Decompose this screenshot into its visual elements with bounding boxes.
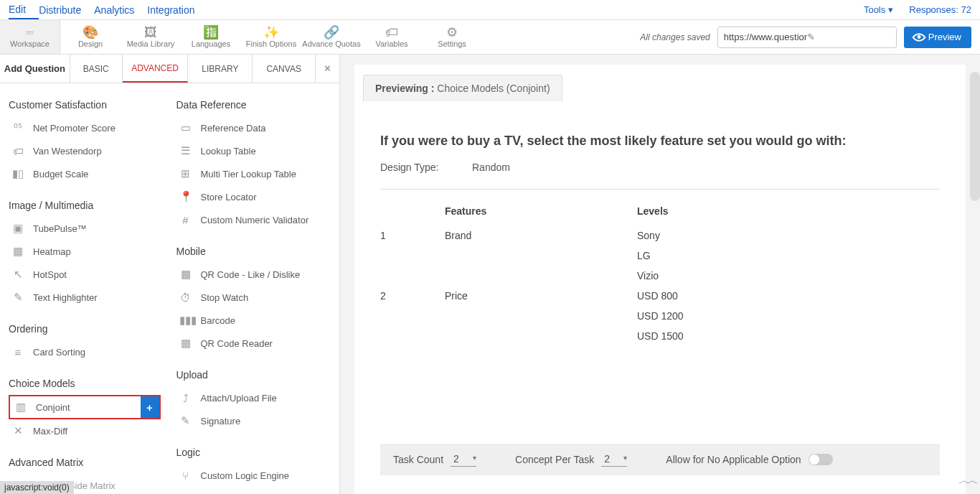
opt-logic-engine[interactable]: ⑂Custom Logic Engine	[176, 464, 333, 487]
nav-responses[interactable]: Responses: 72	[893, 4, 971, 15]
opt-numeric-validator[interactable]: #Custom Numeric Validator	[176, 208, 333, 231]
tag-icon: 🏷	[11, 145, 24, 157]
allow-na-toggle[interactable]: Allow for No Applicable Option	[666, 454, 832, 465]
preview-button[interactable]: Preview	[904, 27, 971, 48]
cursor-icon: ↖	[11, 268, 24, 281]
branch-icon: ⑂	[179, 470, 192, 482]
task-count-select[interactable]: Task Count 2	[393, 453, 476, 467]
tb-languages[interactable]: 🈯Languages	[181, 20, 241, 54]
section-upload: Upload	[176, 369, 333, 381]
chevron-down-icon: ▾	[888, 4, 893, 15]
opt-nps[interactable]: ⁰⁵Net Promoter Score	[9, 116, 161, 139]
share-url-text: https://www.questionpro.com/t/AO2kvZ	[724, 32, 807, 42]
level-value: USD 1200	[380, 306, 940, 326]
tab-canvas[interactable]: CANVAS	[253, 55, 316, 83]
level-value: Vizio	[380, 266, 940, 286]
tab-add-question[interactable]: Add Question	[0, 55, 70, 83]
tb-quotas[interactable]: 🔗Advance Quotas	[301, 20, 362, 54]
section-image-multimedia: Image / Multimedia	[9, 200, 161, 211]
opt-lookup-table[interactable]: ☰Lookup Table	[176, 139, 333, 162]
opt-multi-lookup[interactable]: ⊞Multi Tier Lookup Table	[176, 162, 333, 185]
hdr-features: Features	[445, 205, 637, 217]
qr-icon: ▩	[179, 268, 192, 281]
nav-integration[interactable]: Integration	[147, 1, 207, 19]
opt-conjoint[interactable]: ▥Conjoint +	[9, 395, 161, 419]
add-conjoint-button[interactable]: +	[141, 396, 159, 418]
feature-row: 1 Brand Sony	[380, 225, 940, 246]
bars-icon: ▮▯	[11, 167, 24, 180]
opt-reference-data[interactable]: ▭Reference Data	[176, 116, 333, 139]
section-advanced-matrix: Advanced Matrix	[9, 457, 161, 468]
tab-basic[interactable]: BASIC	[70, 55, 123, 83]
opt-qr-reader[interactable]: ▦QR Code Reader	[176, 332, 333, 355]
nav-analytics[interactable]: Analytics	[94, 1, 147, 19]
opt-card-sorting[interactable]: ≡Card Sorting	[9, 340, 161, 363]
opt-text-highlighter[interactable]: ✎Text Highlighter	[9, 286, 161, 309]
ref-icon: ▭	[179, 121, 192, 134]
opt-van-westendorp[interactable]: 🏷Van Westendorp	[9, 139, 161, 162]
config-bar: Task Count 2 Concept Per Task 2 Allow fo…	[380, 444, 940, 475]
play-icon: ▣	[11, 222, 24, 235]
preview-pane: Previewing : Choice Models (Conjoint) If…	[340, 55, 980, 494]
conjoint-icon: ▥	[14, 401, 27, 414]
feature-row: 2 Price USD 800	[380, 286, 940, 306]
link-icon: 🔗	[324, 26, 339, 39]
list-icon: ≡	[11, 346, 24, 358]
design-type-row: Design Type: Random	[380, 162, 940, 173]
opt-stopwatch[interactable]: ⏱Stop Watch	[176, 286, 333, 309]
tb-media[interactable]: 🖼Media Library	[121, 20, 181, 54]
opt-heatmap[interactable]: ▦Heatmap	[9, 240, 161, 263]
opt-signature[interactable]: ✎Signature	[176, 409, 333, 432]
nps-icon: ⁰⁵	[11, 121, 24, 134]
qr-reader-icon: ▦	[179, 337, 192, 350]
upload-icon: ⤴	[179, 392, 192, 404]
barcode-icon: ▮▮▮	[179, 314, 192, 327]
section-customer-satisfaction: Customer Satisfaction	[9, 99, 161, 111]
opt-hotspot[interactable]: ↖HotSpot	[9, 263, 161, 286]
table-icon: ☰	[179, 144, 192, 157]
tb-workspace[interactable]: ⎓Workspace	[0, 20, 60, 54]
opt-budget-scale[interactable]: ▮▯Budget Scale	[9, 162, 161, 185]
pin-icon: 📍	[179, 190, 192, 203]
section-choice-models: Choice Models	[9, 378, 161, 389]
sparkle-icon: ✨	[263, 26, 279, 39]
features-table: Features Levels 1 Brand Sony LG Vizio 2 …	[380, 201, 940, 346]
toolbar: ⎓Workspace 🎨Design 🖼Media Library 🈯Langu…	[0, 20, 980, 55]
close-icon[interactable]: ✕	[316, 55, 339, 83]
section-mobile: Mobile	[176, 246, 333, 257]
tab-advanced[interactable]: ADVANCED	[123, 55, 189, 83]
opt-attach-file[interactable]: ⤴Attach/Upload File	[176, 386, 333, 409]
eye-icon	[912, 30, 926, 45]
concept-per-task-select[interactable]: Concept Per Task 2	[515, 453, 627, 467]
share-url[interactable]: https://www.questionpro.com/t/AO2kvZ ✎	[717, 27, 897, 48]
nav-distribute[interactable]: Distribute	[39, 1, 94, 19]
pencil-icon[interactable]: ✎	[807, 32, 890, 42]
preview-card: Previewing : Choice Models (Conjoint) If…	[354, 65, 966, 494]
tb-finish[interactable]: ✨Finish Options	[241, 20, 301, 54]
tb-design[interactable]: 🎨Design	[60, 20, 121, 54]
palette-icon: 🎨	[83, 26, 98, 39]
question-types-panel: Add Question BASIC ADVANCED LIBRARY CANV…	[0, 55, 340, 494]
signature-icon: ✎	[179, 414, 192, 427]
tab-library[interactable]: LIBRARY	[188, 55, 253, 83]
scrollbar[interactable]	[970, 72, 980, 201]
scroll-top-icon[interactable]: ︿︿	[958, 473, 976, 488]
workspace-icon: ⎓	[26, 26, 34, 39]
hdr-levels: Levels	[637, 205, 669, 217]
top-nav: Edit Distribute Analytics Integration To…	[0, 0, 980, 20]
opt-qr-like[interactable]: ▩QR Code - Like / Dislike	[176, 263, 333, 286]
toggle-icon[interactable]	[809, 454, 833, 465]
tb-variables[interactable]: 🏷Variables	[362, 20, 422, 54]
save-status: All changes saved	[640, 32, 710, 42]
opt-store-locator[interactable]: 📍Store Locator	[176, 185, 333, 208]
opt-maxdiff[interactable]: ✕Max-Diff	[9, 419, 161, 442]
opt-tubepulse[interactable]: ▣TubePulse™	[9, 217, 161, 240]
hash-icon: #	[179, 214, 192, 226]
browser-status: javascript:void(0)	[0, 481, 74, 494]
nav-tools[interactable]: Tools▾	[848, 4, 893, 15]
level-value: USD 1500	[380, 326, 940, 346]
gear-icon: ⚙	[446, 26, 458, 39]
opt-barcode[interactable]: ▮▮▮Barcode	[176, 309, 333, 332]
tb-settings[interactable]: ⚙Settings	[422, 20, 482, 54]
nav-edit[interactable]: Edit	[9, 1, 39, 19]
